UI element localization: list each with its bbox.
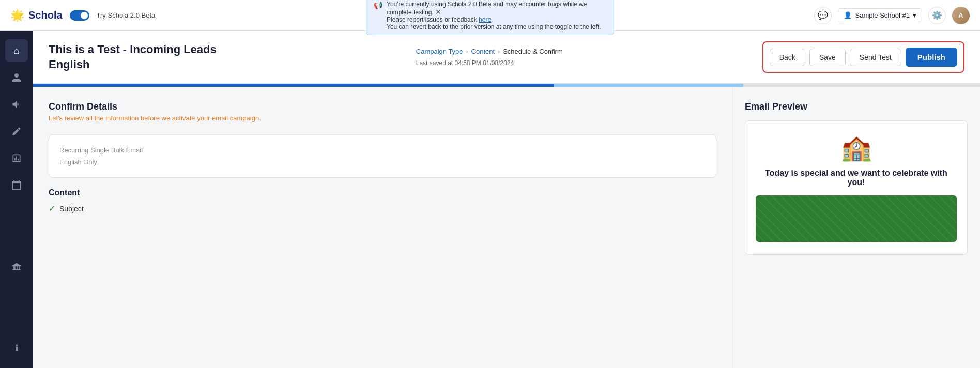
logo: 🌟 Schola bbox=[10, 9, 63, 22]
school-icon: 👤 bbox=[844, 11, 852, 19]
right-panel: Email Preview 🏫 Today is special and we … bbox=[732, 87, 980, 368]
page-title-block: This is a Test - Incoming Leads English bbox=[49, 42, 217, 72]
breadcrumb-sep-2: › bbox=[498, 48, 500, 55]
back-button[interactable]: Back bbox=[770, 49, 805, 66]
check-icon: ✓ bbox=[49, 204, 55, 213]
confirm-subtitle: Let's review all the information before … bbox=[49, 114, 716, 122]
email-preview-box: 🏫 Today is special and we want to celebr… bbox=[745, 120, 968, 255]
main-content: This is a Test - Incoming Leads English … bbox=[33, 31, 980, 368]
confirm-title: Confirm Details bbox=[49, 101, 716, 112]
beta-label: Try Schola 2.0 Beta bbox=[97, 11, 156, 19]
alert-line1: You're currently using Schola 2.0 Beta a… bbox=[387, 1, 606, 16]
publish-button[interactable]: Publish bbox=[906, 48, 957, 67]
sidebar-item-schools[interactable] bbox=[5, 255, 28, 278]
topbar-left: 🌟 Schola Try Schola 2.0 Beta bbox=[10, 9, 155, 22]
breadcrumb-campaign-type[interactable]: Campaign Type bbox=[416, 48, 463, 55]
alert-content: You're currently using Schola 2.0 Beta a… bbox=[387, 1, 606, 30]
avatar[interactable]: A bbox=[952, 7, 970, 24]
alert-line3: You can revert back to the prior version… bbox=[387, 23, 606, 30]
sidebar: ⌂ ℹ bbox=[0, 31, 33, 368]
alert-close-icon[interactable]: ✕ bbox=[435, 8, 441, 16]
chat-icon-button[interactable]: 💬 bbox=[814, 7, 832, 24]
school-building-icon: 🏫 bbox=[758, 133, 955, 162]
sidebar-item-campaigns[interactable] bbox=[5, 93, 28, 116]
topbar: 🌟 Schola Try Schola 2.0 Beta 📢 You're cu… bbox=[0, 0, 980, 31]
alert-line2: Please report issues or feedback here. bbox=[387, 16, 606, 23]
left-panel: Confirm Details Let's review all the inf… bbox=[33, 87, 732, 368]
sidebar-item-users[interactable] bbox=[5, 66, 28, 89]
topbar-right: 💬 👤 Sample School #1 ▾ ⚙️ A bbox=[814, 7, 970, 24]
sidebar-item-home[interactable]: ⌂ bbox=[5, 39, 28, 62]
send-test-button[interactable]: Send Test bbox=[850, 49, 901, 66]
settings-icon-button[interactable]: ⚙️ bbox=[928, 7, 946, 24]
logo-icon: 🌟 bbox=[10, 9, 24, 22]
preview-headline: Today is special and we want to celebrat… bbox=[758, 168, 955, 187]
beta-toggle[interactable] bbox=[70, 10, 89, 21]
campaign-type-value: Recurring Single Bulk Email bbox=[59, 146, 706, 154]
app-layout: ⌂ ℹ This is a Test - Incoming Leads E bbox=[0, 31, 980, 368]
breadcrumb: Campaign Type › Content › Schedule & Con… bbox=[416, 48, 563, 55]
preview-title: Email Preview bbox=[745, 101, 968, 112]
campaign-detail-card: Recurring Single Bulk Email English Only bbox=[49, 134, 716, 178]
alert-link[interactable]: here bbox=[479, 16, 491, 23]
subject-label: Subject bbox=[59, 205, 84, 213]
school-name: Sample School #1 bbox=[855, 11, 910, 19]
breadcrumb-content[interactable]: Content bbox=[471, 48, 495, 55]
school-selector[interactable]: 👤 Sample School #1 ▾ bbox=[838, 8, 922, 22]
breadcrumb-schedule[interactable]: Schedule & Confirm bbox=[503, 48, 563, 55]
page-title: This is a Test - Incoming Leads English bbox=[49, 42, 217, 72]
campaign-language-value: English Only bbox=[59, 158, 706, 166]
content-area: Confirm Details Let's review all the inf… bbox=[33, 87, 980, 368]
sidebar-item-info[interactable]: ℹ bbox=[5, 337, 28, 360]
subject-check-item: ✓ Subject bbox=[49, 204, 716, 213]
breadcrumb-sep-1: › bbox=[466, 48, 468, 55]
save-button[interactable]: Save bbox=[809, 49, 846, 66]
breadcrumb-area: Campaign Type › Content › Schedule & Con… bbox=[416, 48, 563, 67]
logo-text: Schola bbox=[28, 9, 63, 21]
chevron-down-icon: ▾ bbox=[913, 11, 916, 19]
sidebar-item-editor[interactable] bbox=[5, 120, 28, 143]
alert-icon: 📢 bbox=[374, 1, 382, 9]
action-buttons: Back Save Send Test Publish bbox=[762, 41, 964, 73]
page-header: This is a Test - Incoming Leads English … bbox=[33, 31, 980, 84]
last-saved: Last saved at 04:58 PM 01/08/2024 bbox=[416, 59, 514, 67]
preview-green-banner bbox=[756, 195, 957, 242]
alert-banner: 📢 You're currently using Schola 2.0 Beta… bbox=[366, 0, 614, 35]
sidebar-item-reports[interactable] bbox=[5, 147, 28, 170]
sidebar-item-calendar[interactable] bbox=[5, 174, 28, 196]
content-section-title: Content bbox=[49, 188, 716, 197]
